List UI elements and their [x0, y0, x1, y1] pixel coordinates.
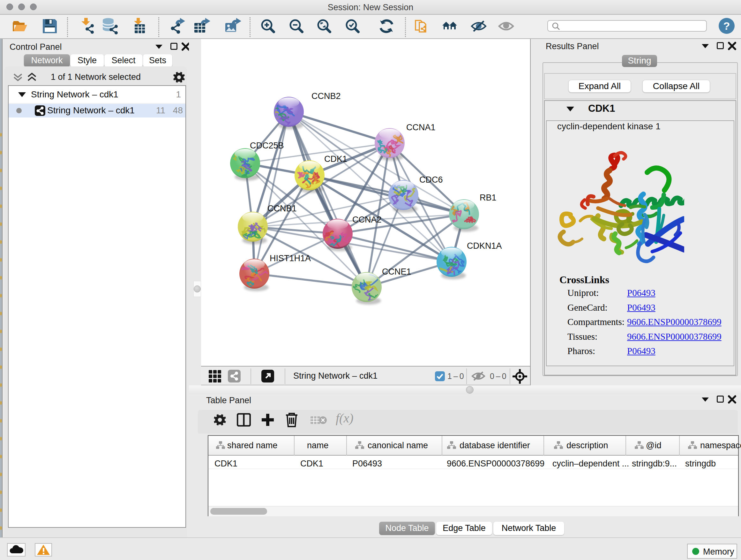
svg-text:CCNA2: CCNA2 — [352, 215, 382, 225]
svg-text:CDC6: CDC6 — [419, 175, 443, 185]
svg-text:CCNE1: CCNE1 — [382, 267, 411, 276]
svg-text:CDC25B: CDC25B — [250, 141, 284, 150]
svg-text:CCNB2: CCNB2 — [312, 91, 341, 101]
svg-text:HIST1H1A: HIST1H1A — [270, 253, 311, 263]
svg-text:CCNA1: CCNA1 — [406, 123, 435, 132]
svg-text:RB1: RB1 — [480, 193, 496, 202]
svg-text:CDK1: CDK1 — [324, 154, 347, 164]
svg-text:CDKN1A: CDKN1A — [467, 241, 502, 251]
svg-text:CCNB1: CCNB1 — [267, 204, 297, 213]
